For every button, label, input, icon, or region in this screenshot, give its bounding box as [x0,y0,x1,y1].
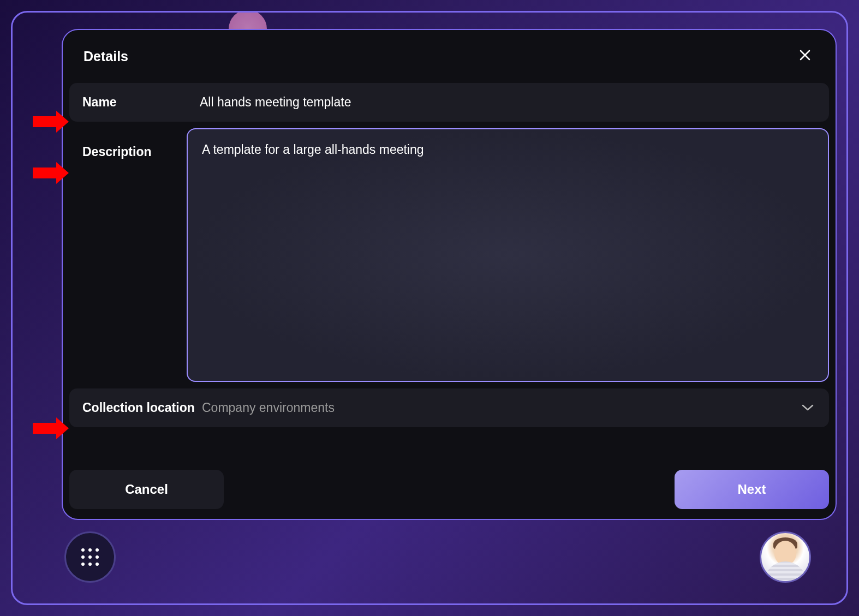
avatar[interactable] [760,531,811,583]
avatar-body [764,561,807,583]
description-input[interactable] [202,142,814,368]
apps-grid-icon [81,548,99,566]
outer-frame: Details Name Description Collection [11,11,848,605]
name-row: Name [69,83,829,122]
details-modal: Details Name Description Collection [62,29,837,520]
modal-body: Name Description Collection location Com… [63,79,836,463]
collection-select[interactable]: Company environments [200,396,816,420]
collection-value: Company environments [202,400,335,415]
name-input[interactable] [200,91,816,114]
planet-decoration [229,11,267,29]
description-row: Description [69,128,829,382]
collection-label: Collection location [82,396,200,415]
description-label: Description [69,128,187,159]
chevron-down-icon [802,402,814,414]
bottom-bar [64,531,811,583]
next-button[interactable]: Next [675,470,829,509]
modal-footer: Cancel Next [63,463,836,519]
description-textarea-wrap [187,128,829,382]
modal-title: Details [83,49,128,64]
name-label: Name [82,91,200,110]
close-icon[interactable] [795,45,815,68]
apps-menu-button[interactable] [64,531,116,583]
modal-header: Details [63,30,836,79]
cancel-button[interactable]: Cancel [69,470,224,509]
collection-row: Collection location Company environments [69,388,829,427]
